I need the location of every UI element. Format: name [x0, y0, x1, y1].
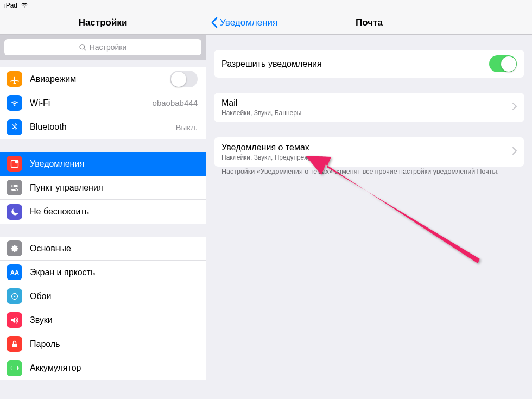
sidebar-item-general[interactable]: Основные — [0, 237, 206, 261]
sidebar-item-label: Wi-Fi — [30, 98, 145, 108]
sidebar-item-label: Не беспокоить — [30, 207, 198, 217]
sidebar-item-label: Bluetooth — [30, 122, 168, 132]
search-placeholder: Настройки — [90, 43, 127, 52]
sidebar-item-passcode[interactable]: Пароль — [0, 332, 206, 356]
sidebar-item-label: Обои — [30, 292, 198, 301]
device-label: iPad — [4, 2, 17, 9]
sidebar-item-label: Экран и яркость — [30, 268, 198, 277]
back-label: Уведомления — [220, 17, 277, 28]
lock-icon — [7, 336, 22, 352]
bluetooth-icon — [7, 119, 22, 135]
sidebar-item-label: Аккумулятор — [30, 363, 198, 373]
search-icon — [79, 44, 86, 51]
sidebar-item-label: Основные — [30, 244, 198, 254]
display-icon: AA — [7, 264, 22, 280]
svg-point-14 — [14, 295, 15, 297]
svg-rect-19 — [12, 344, 17, 347]
sidebar-item-label: Авиарежим — [30, 74, 162, 84]
allow-notifications-group: Разрешить уведомления — [214, 50, 524, 78]
thread-notifications-group: Уведомления о темах Наклейки, Звуки, Пре… — [214, 137, 524, 167]
battery-setting-icon — [7, 360, 22, 376]
gear-icon — [7, 240, 22, 256]
svg-point-9 — [12, 185, 14, 187]
cell-subtitle: Наклейки, Звуки, Баннеры — [221, 109, 507, 117]
cell-title: Mail — [221, 98, 507, 108]
search-container: Настройки — [0, 35, 206, 60]
svg-rect-21 — [18, 368, 19, 369]
sidebar-item-label: Пункт управления — [30, 183, 198, 193]
thread-notifications-cell[interactable]: Уведомления о темах Наклейки, Звуки, Пре… — [214, 137, 524, 167]
sidebar-group-network: Авиарежим Wi-Fi obaobab444 Bluetooth Вык… — [0, 67, 206, 139]
sidebar-title: Настройки — [79, 17, 128, 28]
sidebar-item-label: Пароль — [30, 339, 198, 349]
sidebar-item-dnd[interactable]: Не беспокоить — [0, 200, 206, 224]
footer-note: Настройки «Уведомления о темах» заменят … — [214, 168, 524, 175]
svg-line-5 — [84, 48, 86, 50]
controlcenter-icon — [7, 180, 22, 195]
allow-notifications-cell[interactable]: Разрешить уведомления — [214, 50, 524, 78]
moon-icon — [7, 204, 22, 220]
detail-header: Уведомления Почта — [206, 0, 532, 35]
detail-pane: Уведомления Почта Разрешить уведомления … — [206, 0, 532, 399]
mail-account-cell[interactable]: Mail Наклейки, Звуки, Баннеры — [214, 93, 524, 122]
speaker-icon — [7, 312, 22, 328]
sidebar-group-general: Основные AA Экран и яркость Обои Звуки — [0, 237, 206, 380]
svg-text:AA: AA — [10, 269, 19, 276]
airplane-toggle[interactable] — [170, 71, 198, 87]
sidebar-item-display[interactable]: AA Экран и яркость — [0, 261, 206, 284]
wifi-value: obaobab444 — [153, 98, 198, 107]
mail-account-group: Mail Наклейки, Звуки, Баннеры — [214, 93, 524, 122]
wifi-status-icon — [21, 2, 28, 9]
bluetooth-value: Выкл. — [176, 123, 198, 132]
allow-notifications-toggle[interactable] — [489, 55, 517, 72]
back-button[interactable]: Уведомления — [206, 17, 277, 28]
svg-point-7 — [15, 160, 18, 163]
sidebar-item-label: Звуки — [30, 315, 198, 325]
allow-label: Разрешить уведомления — [221, 59, 484, 69]
svg-rect-20 — [11, 366, 17, 370]
svg-point-11 — [15, 188, 17, 191]
svg-point-4 — [80, 45, 85, 49]
sidebar-item-bluetooth[interactable]: Bluetooth Выкл. — [0, 115, 206, 139]
sidebar-item-label: Уведомления — [30, 159, 198, 169]
cell-title: Уведомления о темах — [221, 143, 507, 153]
wallpaper-icon — [7, 288, 22, 304]
detail-title: Почта — [356, 17, 383, 28]
sidebar-item-wifi[interactable]: Wi-Fi obaobab444 — [0, 91, 206, 115]
search-input[interactable]: Настройки — [4, 39, 201, 55]
sidebar-item-controlcenter[interactable]: Пункт управления — [0, 176, 206, 200]
sidebar-item-airplane[interactable]: Авиарежим — [0, 67, 206, 91]
settings-sidebar: Настройки Настройки Авиарежим Wi-F — [0, 0, 206, 399]
airplane-icon — [7, 71, 22, 87]
sidebar-item-notifications[interactable]: Уведомления — [0, 152, 206, 176]
chevron-right-icon — [512, 147, 517, 157]
cell-subtitle: Наклейки, Звуки, Предупреждения — [221, 154, 507, 161]
wifi-icon — [7, 95, 22, 111]
sidebar-item-wallpaper[interactable]: Обои — [0, 284, 206, 308]
sidebar-item-sounds[interactable]: Звуки — [0, 308, 206, 332]
notifications-icon — [7, 156, 22, 172]
sidebar-item-battery[interactable]: Аккумулятор — [0, 356, 206, 380]
chevron-right-icon — [512, 103, 517, 112]
sidebar-group-alerts: Уведомления Пункт управления Не беспокои… — [0, 152, 206, 224]
chevron-left-icon — [211, 17, 218, 28]
